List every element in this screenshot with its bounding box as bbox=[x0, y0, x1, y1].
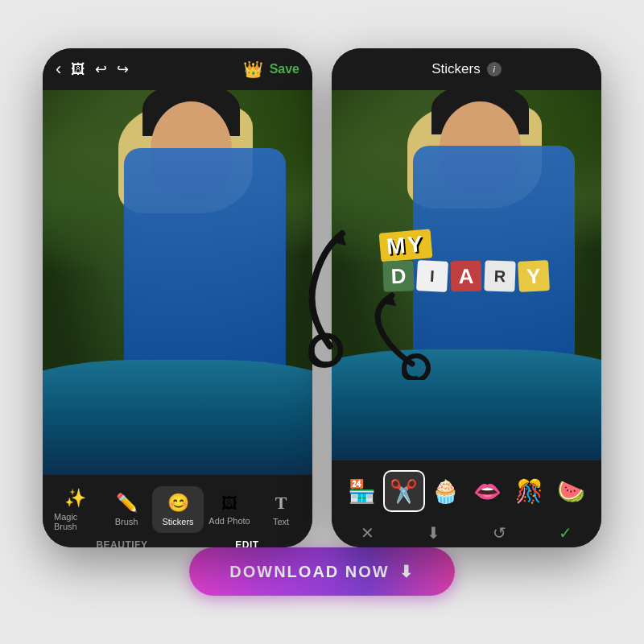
sticker-scissors-icon[interactable]: ✂️ bbox=[383, 470, 425, 512]
toolbar-left: ✨ Magic Brush ✏️ Brush 😊 Stickers 🖼 Add … bbox=[43, 475, 312, 547]
phone-left: ‹ 🖼 ↩ ↪ 👑 Save bbox=[43, 48, 312, 547]
photo-area-right: MY D I A R Y bbox=[332, 90, 601, 460]
sticker-toolbar: 🏪 ✂️ 🧁 👄 🎊 🍉 ✕ ⬇ ↺ ✓ bbox=[332, 460, 601, 547]
toolbar-stickers[interactable]: 😊 Stickers bbox=[152, 486, 204, 533]
rotate-button[interactable]: ↺ bbox=[493, 523, 506, 543]
magic-brush-label: Magic Brush bbox=[54, 512, 96, 531]
main-container: ‹ 🖼 ↩ ↪ 👑 Save bbox=[0, 0, 644, 644]
photo-area-left bbox=[43, 90, 312, 475]
sticker-watermelon-icon[interactable]: 🍉 bbox=[550, 470, 592, 512]
magic-brush-icon: ✨ bbox=[64, 488, 86, 509]
text-icon: T bbox=[275, 493, 287, 514]
toolbar-magic-brush[interactable]: ✨ Magic Brush bbox=[49, 481, 101, 538]
stickers-title: Stickers bbox=[431, 61, 480, 77]
sticker-diary[interactable]: D I A R Y bbox=[353, 261, 580, 291]
add-photo-label: Add Photo bbox=[208, 516, 250, 526]
toolbar-add-photo[interactable]: 🖼 Add Photo bbox=[204, 488, 255, 532]
sticker-party-icon[interactable]: 🎊 bbox=[508, 470, 550, 512]
close-button[interactable]: ✕ bbox=[361, 523, 374, 543]
redo-icon[interactable]: ↪ bbox=[117, 60, 129, 78]
tab-beautify[interactable]: BEAUTIFY bbox=[89, 538, 154, 547]
diary-letter-i: I bbox=[417, 260, 449, 292]
toolbar-text[interactable]: T Text bbox=[255, 486, 307, 533]
download-now-button[interactable]: DOWNLOAD NOW ⬇ bbox=[189, 547, 454, 596]
confirm-button[interactable]: ✓ bbox=[559, 523, 572, 543]
brush-label: Brush bbox=[115, 517, 138, 526]
brush-icon: ✏️ bbox=[116, 493, 138, 514]
download-now-label: DOWNLOAD NOW bbox=[229, 563, 389, 581]
sticker-store-icon[interactable]: 🏪 bbox=[341, 470, 383, 512]
sticker-lips-icon[interactable]: 👄 bbox=[467, 470, 509, 512]
save-button[interactable]: Save bbox=[270, 62, 299, 76]
download-now-icon: ⬇ bbox=[399, 562, 415, 581]
undo-icon[interactable]: ↩ bbox=[95, 60, 107, 78]
gallery-icon[interactable]: 🖼 bbox=[71, 61, 85, 78]
phone-left-header: ‹ 🖼 ↩ ↪ 👑 Save bbox=[43, 48, 312, 90]
stickers-header: Stickers i bbox=[332, 48, 601, 90]
phone-right: Stickers i MY D I A bbox=[332, 48, 601, 547]
sticker-my[interactable]: MY bbox=[379, 229, 433, 262]
crown-icon: 👑 bbox=[243, 60, 263, 79]
phones-wrapper: ‹ 🖼 ↩ ↪ 👑 Save bbox=[43, 48, 601, 547]
text-label: Text bbox=[273, 517, 289, 526]
back-icon[interactable]: ‹ bbox=[56, 59, 61, 80]
info-icon[interactable]: i bbox=[487, 62, 502, 76]
diary-letter-r: R bbox=[485, 260, 516, 291]
sticker-cupcake-icon[interactable]: 🧁 bbox=[425, 470, 467, 512]
download-action-button[interactable]: ⬇ bbox=[427, 523, 440, 543]
diary-letter-y: Y bbox=[518, 260, 551, 292]
stickers-icon: 😊 bbox=[167, 493, 189, 514]
diary-letter-d: D bbox=[383, 260, 415, 291]
tab-edit[interactable]: EDIT bbox=[229, 538, 265, 547]
stickers-label: Stickers bbox=[162, 517, 193, 526]
diary-letter-a: A bbox=[451, 260, 482, 291]
add-photo-icon: 🖼 bbox=[221, 494, 237, 513]
toolbar-brush[interactable]: ✏️ Brush bbox=[101, 486, 152, 533]
